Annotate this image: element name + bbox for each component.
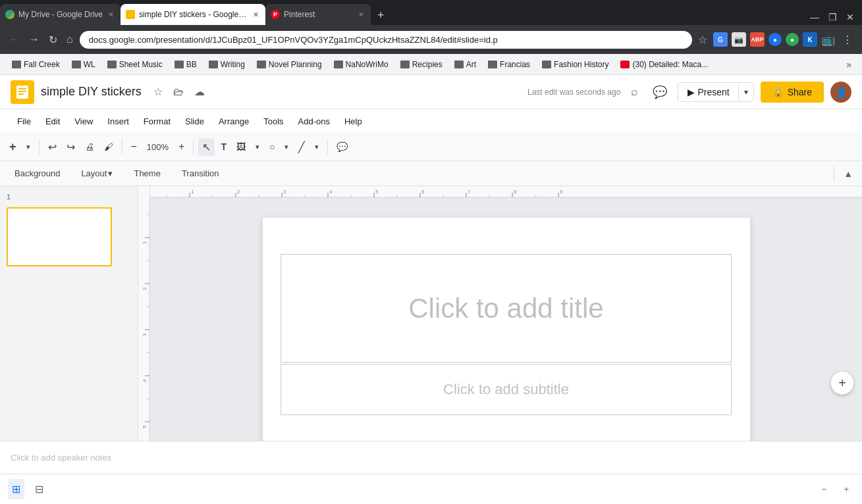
background-button[interactable]: Background bbox=[5, 165, 69, 182]
zoom-out-button[interactable]: − bbox=[127, 138, 141, 155]
chrome-menu-button[interactable]: ⋮ bbox=[840, 31, 855, 49]
folder-icon bbox=[209, 61, 218, 68]
bookmark-art[interactable]: Art bbox=[449, 58, 481, 71]
bookmark-youtube[interactable]: (30) Detailed: Maca... bbox=[615, 58, 713, 71]
title-bar: simple DIY stickers ☆ 🗁 ☁ Last edit was … bbox=[0, 75, 862, 109]
present-button[interactable]: ▶ Present bbox=[678, 83, 738, 101]
collapse-toolbar-button[interactable]: ▲ bbox=[840, 166, 857, 182]
image-button[interactable]: 🖼 bbox=[232, 139, 250, 155]
print-button[interactable]: 🖨 bbox=[81, 139, 98, 155]
paint-format-button[interactable]: 🖌 bbox=[100, 139, 117, 155]
shape-dropdown[interactable]: ▾ bbox=[281, 140, 292, 154]
bookmark-fashion-history[interactable]: Fashion History bbox=[537, 58, 614, 71]
tab-pinterest[interactable]: P Pinterest ✕ bbox=[265, 4, 371, 25]
add-slide-dropdown[interactable]: ▾ bbox=[22, 140, 34, 154]
bookmark-sheet-music[interactable]: Sheet Music bbox=[102, 58, 168, 71]
tab-drive-close[interactable]: ✕ bbox=[107, 9, 115, 20]
maximize-button[interactable]: ❐ bbox=[826, 9, 840, 25]
menu-slide[interactable]: Slide bbox=[178, 114, 211, 129]
line-button[interactable]: ╱ bbox=[294, 138, 309, 156]
menu-format[interactable]: Format bbox=[137, 114, 177, 129]
redo-button[interactable]: ↪ bbox=[63, 138, 79, 156]
bookmark-wl-label: WL bbox=[84, 60, 95, 69]
toolbar-bottom: Background Layout ▾ Theme Transition ▲ bbox=[0, 161, 862, 186]
close-button[interactable]: ✕ bbox=[844, 9, 857, 25]
bookmark-nanowrimo[interactable]: NaNoWriMo bbox=[329, 58, 394, 71]
activity-button[interactable]: ⌕ bbox=[627, 81, 642, 103]
reload-button[interactable]: ↻ bbox=[46, 31, 60, 49]
shape-button[interactable]: ○ bbox=[265, 139, 279, 155]
text-tool-button[interactable]: T bbox=[217, 139, 230, 155]
transition-button[interactable]: Transition bbox=[173, 165, 229, 182]
back-button[interactable]: ← bbox=[7, 31, 22, 48]
share-button[interactable]: 🔒 Share bbox=[761, 82, 824, 103]
home-button[interactable]: ⌂ bbox=[64, 31, 76, 48]
menu-tools[interactable]: Tools bbox=[257, 114, 290, 129]
ext-icon-1[interactable]: G bbox=[713, 32, 728, 47]
subtitle-placeholder[interactable]: Click to add subtitle bbox=[281, 364, 732, 415]
ext-icon-5[interactable]: K bbox=[803, 32, 817, 47]
bookmark-star-icon[interactable]: ☆ bbox=[696, 33, 709, 46]
ext-icon-cast[interactable]: 📺 bbox=[821, 32, 836, 47]
bottom-zoom-out-button[interactable]: − bbox=[817, 482, 832, 497]
filmstrip-view-button[interactable]: ⊞ bbox=[8, 479, 24, 499]
menu-insert[interactable]: Insert bbox=[101, 114, 136, 129]
undo-button[interactable]: ↩ bbox=[44, 138, 61, 156]
address-input[interactable] bbox=[80, 31, 692, 49]
bookmarks-more[interactable]: » bbox=[842, 58, 855, 71]
minimize-button[interactable]: — bbox=[807, 9, 822, 25]
menu-file[interactable]: File bbox=[11, 114, 38, 129]
tab-pinterest-close[interactable]: ✕ bbox=[357, 9, 365, 20]
title-placeholder[interactable]: Click to add title bbox=[281, 254, 732, 363]
grid-view-button[interactable]: ⊟ bbox=[31, 479, 47, 499]
theme-button[interactable]: Theme bbox=[124, 165, 169, 182]
svg-text:2: 2 bbox=[142, 287, 148, 290]
svg-rect-3 bbox=[18, 93, 24, 95]
speaker-notes-area[interactable]: Click to add speaker notes bbox=[0, 441, 862, 474]
new-tab-button[interactable]: + bbox=[371, 6, 391, 25]
comment-insert-button[interactable]: 💬 bbox=[333, 139, 352, 155]
layout-button[interactable]: Layout ▾ bbox=[72, 165, 122, 182]
add-slide-button[interactable]: + bbox=[5, 138, 20, 157]
title-placeholder-text: Click to add title bbox=[408, 293, 603, 324]
forward-button[interactable]: → bbox=[26, 31, 42, 48]
bottom-zoom-in-button[interactable]: + bbox=[838, 482, 854, 497]
ext-icon-2[interactable]: 📷 bbox=[732, 32, 746, 47]
slide-thumbnail[interactable] bbox=[7, 207, 112, 266]
present-dropdown-button[interactable]: ▾ bbox=[738, 84, 753, 101]
bookmark-francias[interactable]: Francias bbox=[483, 58, 535, 71]
user-avatar[interactable]: 👤 bbox=[830, 82, 851, 103]
slide-canvas[interactable]: Click to add title Click to add subtitle bbox=[263, 218, 750, 441]
zoom-level[interactable]: 100% bbox=[143, 139, 173, 155]
bookmark-recipies[interactable]: Recipies bbox=[395, 58, 448, 71]
menu-addons[interactable]: Add-ons bbox=[292, 114, 337, 129]
menu-arrange[interactable]: Arrange bbox=[212, 114, 256, 129]
bookmark-bb-label: BB bbox=[186, 60, 197, 69]
bookmark-wl[interactable]: WL bbox=[67, 58, 101, 71]
bookmark-writing[interactable]: Writing bbox=[203, 58, 250, 71]
bookmark-novel-planning[interactable]: Novel Planning bbox=[252, 58, 327, 71]
menu-edit[interactable]: Edit bbox=[39, 114, 67, 129]
lock-icon: 🔒 bbox=[772, 87, 784, 97]
slide-scroll-area[interactable]: Click to add title Click to add subtitle… bbox=[150, 198, 862, 441]
menu-help[interactable]: Help bbox=[338, 114, 369, 129]
comment-button[interactable]: 💬 bbox=[649, 81, 671, 103]
star-button[interactable]: ☆ bbox=[151, 83, 165, 101]
bookmark-fall-creek[interactable]: Fall Creek bbox=[7, 58, 65, 71]
move-to-button[interactable]: 🗁 bbox=[171, 84, 186, 101]
cursor-tool-button[interactable]: ↖ bbox=[198, 138, 215, 156]
tab-slides-close[interactable]: ✕ bbox=[252, 9, 260, 20]
ext-icon-abp[interactable]: ABP bbox=[750, 32, 765, 47]
tab-drive[interactable]: My Drive - Google Drive ✕ bbox=[0, 4, 121, 25]
tab-slides[interactable]: simple DIY stickers - Google Sli... ✕ bbox=[121, 4, 265, 25]
floating-add-button[interactable]: + bbox=[830, 371, 854, 395]
menu-view[interactable]: View bbox=[68, 114, 99, 129]
line-dropdown[interactable]: ▾ bbox=[311, 140, 323, 154]
zoom-in-button[interactable]: + bbox=[175, 138, 188, 155]
bookmark-bb[interactable]: BB bbox=[169, 58, 202, 71]
ext-icon-4[interactable]: ● bbox=[786, 33, 799, 46]
folder-icon bbox=[334, 61, 343, 68]
cloud-button[interactable]: ☁ bbox=[192, 83, 207, 101]
ext-icon-3[interactable]: ● bbox=[768, 33, 782, 46]
image-dropdown[interactable]: ▾ bbox=[252, 140, 263, 154]
